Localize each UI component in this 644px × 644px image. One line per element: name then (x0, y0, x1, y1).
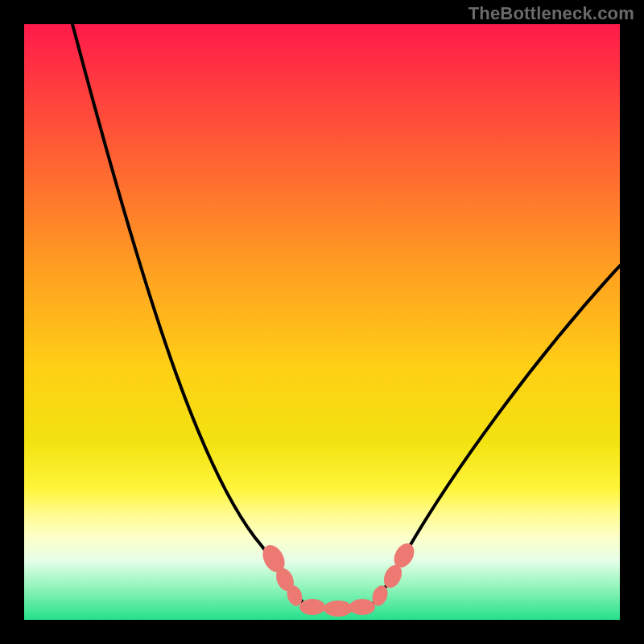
bottleneck-curve (72, 24, 620, 609)
watermark-text: TheBottleneck.com (469, 3, 634, 24)
curve-marker (299, 599, 325, 615)
curve-markers (258, 540, 419, 617)
outer-frame: TheBottleneck.com (0, 0, 644, 644)
plot-area (24, 24, 620, 620)
curve-marker (324, 601, 353, 617)
curve-marker (349, 599, 375, 615)
chart-svg (24, 24, 620, 620)
